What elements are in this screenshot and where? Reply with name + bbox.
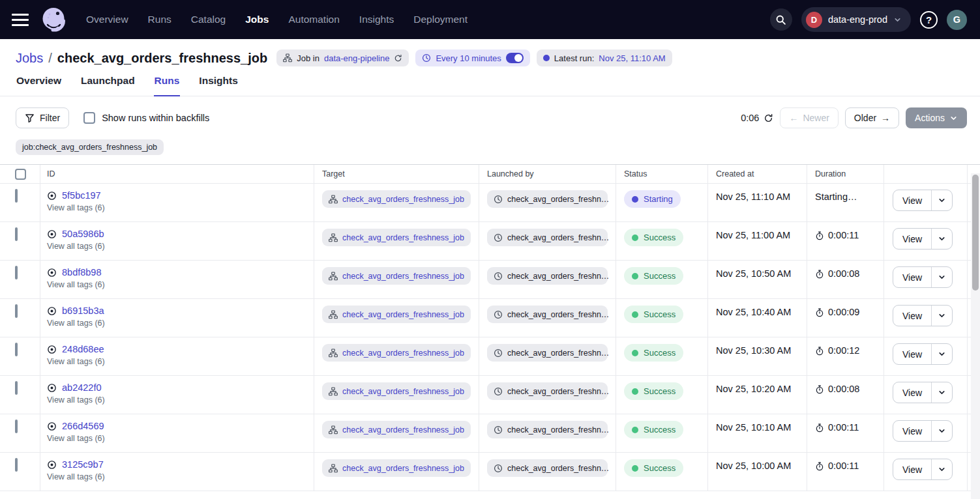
view-run-button-label[interactable]: View xyxy=(893,459,931,479)
launched-by-tag: check_avg_orders_freshn… xyxy=(487,382,608,400)
filter-button[interactable]: Filter xyxy=(16,107,69,128)
row-checkbox[interactable] xyxy=(15,189,18,203)
job-graph-icon xyxy=(329,425,338,435)
view-all-tags-link[interactable]: View all tags (6) xyxy=(47,434,306,443)
run-id-link[interactable]: b6915b3a xyxy=(62,306,104,316)
schedule-toggle[interactable] xyxy=(506,53,524,63)
target-job-link[interactable]: check_avg_orders_freshness_job xyxy=(342,349,464,358)
scrollbar-thumb[interactable] xyxy=(972,175,979,291)
target-job-link[interactable]: check_avg_orders_freshness_job xyxy=(342,425,464,435)
row-checkbox[interactable] xyxy=(15,381,18,395)
hamburger-menu-icon[interactable] xyxy=(12,10,30,29)
view-all-tags-link[interactable]: View all tags (6) xyxy=(47,319,306,328)
view-run-dropdown[interactable] xyxy=(932,344,952,364)
view-all-tags-link[interactable]: View all tags (6) xyxy=(47,472,306,481)
run-id-link[interactable]: 248d68ee xyxy=(62,344,104,354)
topnav-link-insights[interactable]: Insights xyxy=(359,14,394,25)
target-job-link[interactable]: check_avg_orders_freshness_job xyxy=(342,195,464,204)
dagster-logo[interactable] xyxy=(39,5,68,34)
status-label: Success xyxy=(644,348,676,358)
tab-insights[interactable]: Insights xyxy=(198,75,238,96)
run-id-link[interactable]: 50a5986b xyxy=(62,229,104,239)
sync-icon[interactable] xyxy=(394,54,402,63)
run-id-link[interactable]: ab2422f0 xyxy=(62,382,101,393)
page-header: Jobs / check_avg_orders_freshness_job Jo… xyxy=(0,39,980,66)
tab-launchpad[interactable]: Launchpad xyxy=(80,75,136,96)
run-id-link[interactable]: 266d4569 xyxy=(62,421,104,431)
target-job-link[interactable]: check_avg_orders_freshness_job xyxy=(342,464,464,473)
chevron-down-icon xyxy=(893,16,902,24)
view-all-tags-link[interactable]: View all tags (6) xyxy=(47,357,306,366)
target-job-link[interactable]: check_avg_orders_freshness_job xyxy=(342,272,464,281)
job-graph-icon xyxy=(329,349,338,358)
countdown-value: 0:06 xyxy=(741,113,759,123)
created-at-value: Nov 25, 10:40 AM xyxy=(708,299,807,337)
view-all-tags-link[interactable]: View all tags (6) xyxy=(47,280,306,289)
row-checkbox[interactable] xyxy=(15,420,18,433)
row-checkbox[interactable] xyxy=(15,266,18,279)
created-at-value: Nov 25, 10:20 AM xyxy=(708,376,807,414)
latest-run-time-link[interactable]: Nov 25, 11:10 AM xyxy=(599,53,665,63)
user-avatar[interactable]: G xyxy=(947,10,967,30)
header-tags: Job in data-eng-pipeline Every 10 minute… xyxy=(276,50,672,66)
view-run-button-label[interactable]: View xyxy=(893,306,931,326)
view-run-dropdown[interactable] xyxy=(932,421,952,441)
target-job-link[interactable]: check_avg_orders_freshness_job xyxy=(342,233,464,242)
help-icon[interactable]: ? xyxy=(920,11,938,29)
job-graph-icon xyxy=(329,464,338,473)
older-button[interactable]: Older → xyxy=(845,107,899,128)
job-filter-tag[interactable]: job:check_avg_orders_freshness_job xyxy=(16,139,164,155)
launched-by-tag: check_avg_orders_freshn… xyxy=(487,421,608,438)
run-id-link[interactable]: 5f5bc197 xyxy=(62,190,101,201)
view-run-dropdown[interactable] xyxy=(932,229,952,249)
topnav-link-automation[interactable]: Automation xyxy=(288,14,339,25)
job-graph-icon xyxy=(283,53,292,63)
row-checkbox[interactable] xyxy=(15,458,18,472)
view-run-button-label[interactable]: View xyxy=(893,382,931,403)
view-run-dropdown[interactable] xyxy=(932,459,952,479)
run-id-link[interactable]: 3125c9b7 xyxy=(62,459,104,470)
tab-overview[interactable]: Overview xyxy=(16,75,62,96)
target-job-link[interactable]: check_avg_orders_freshness_job xyxy=(342,387,464,396)
created-at-value: Nov 25, 10:50 AM xyxy=(708,261,807,298)
row-checkbox[interactable] xyxy=(15,343,18,356)
view-run-dropdown[interactable] xyxy=(932,267,952,287)
tab-runs[interactable]: Runs xyxy=(154,75,181,96)
view-run-button-label[interactable]: View xyxy=(893,344,931,364)
select-all-checkbox[interactable] xyxy=(15,169,26,180)
target-job-link[interactable]: check_avg_orders_freshness_job xyxy=(342,310,464,319)
show-backfills-checkbox[interactable] xyxy=(83,112,95,124)
topnav-link-runs[interactable]: Runs xyxy=(148,14,171,25)
view-run-button-label[interactable]: View xyxy=(893,229,931,249)
view-run-dropdown[interactable] xyxy=(932,190,952,210)
view-run-button-label[interactable]: View xyxy=(893,267,931,287)
topnav-link-catalog[interactable]: Catalog xyxy=(191,14,226,25)
view-run-button-label[interactable]: View xyxy=(893,421,931,441)
row-checkbox[interactable] xyxy=(15,304,18,318)
actions-button[interactable]: Actions xyxy=(906,107,967,128)
column-header-created-at: Created at xyxy=(708,165,807,183)
deployment-switcher[interactable]: D data-eng-prod xyxy=(801,7,911,32)
topnav-link-deployment[interactable]: Deployment xyxy=(413,14,468,25)
vertical-scrollbar[interactable] xyxy=(971,173,980,499)
view-all-tags-link[interactable]: View all tags (6) xyxy=(47,395,306,405)
view-all-tags-link[interactable]: View all tags (6) xyxy=(47,203,306,212)
newer-button[interactable]: ← Newer xyxy=(780,107,838,128)
target-tag: check_avg_orders_freshness_job xyxy=(322,267,471,285)
status-dot-icon xyxy=(632,311,638,318)
row-checkbox[interactable] xyxy=(15,227,18,241)
search-button[interactable] xyxy=(770,8,792,31)
job-location-repo-link[interactable]: data-eng-pipeline xyxy=(324,53,389,63)
view-all-tags-link[interactable]: View all tags (6) xyxy=(47,242,306,251)
breadcrumb-jobs-link[interactable]: Jobs xyxy=(16,51,43,66)
run-id-link[interactable]: 8bdf8b98 xyxy=(62,267,101,278)
topnav-link-overview[interactable]: Overview xyxy=(86,14,128,25)
launched-by-value: check_avg_orders_freshn… xyxy=(507,349,609,358)
view-run-button-label[interactable]: View xyxy=(893,190,931,210)
view-run-dropdown[interactable] xyxy=(932,306,952,326)
view-run-dropdown[interactable] xyxy=(932,382,952,403)
topnav-link-jobs[interactable]: Jobs xyxy=(245,14,269,25)
status-badge: Success xyxy=(624,459,683,477)
refresh-icon[interactable] xyxy=(764,113,773,123)
toolbar-right: 0:06 ← Newer Older → Actions xyxy=(741,107,967,128)
